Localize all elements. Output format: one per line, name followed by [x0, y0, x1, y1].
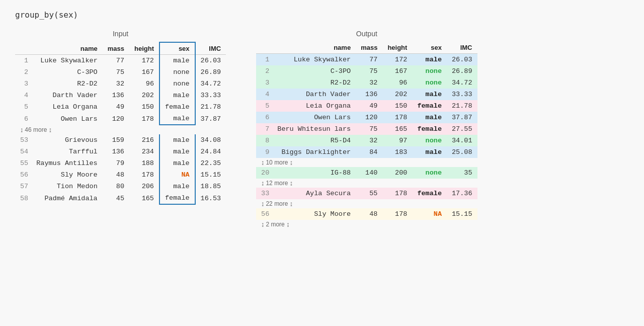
row-sex: none: [159, 78, 195, 90]
row-imc: 34.01: [447, 135, 477, 146]
row-imc: 24.84: [195, 146, 226, 157]
table-row: 56 Sly Moore 48 178 NA 15.15: [256, 208, 477, 220]
row-imc: 26.03: [447, 54, 477, 66]
row-index: 20: [256, 167, 272, 179]
row-mass: 159: [103, 134, 129, 146]
row-name: Luke Skywalker: [272, 54, 356, 66]
row-mass: 32: [356, 77, 382, 89]
row-height: 234: [129, 146, 159, 157]
row-sex: none: [412, 77, 447, 89]
row-mass: 80: [103, 181, 129, 192]
out-more-4: ↨ 2 more ↨: [256, 220, 477, 229]
row-index: 58: [15, 192, 31, 204]
row-index: 33: [256, 188, 272, 199]
row-imc: 18.85: [195, 181, 226, 192]
more-rows-indicator-1: ↨ 46 more ↨: [15, 125, 226, 134]
table-row: 4 Darth Vader 136 202 male 33.33: [15, 90, 226, 101]
input-table: name mass height sex IMC 1 Luke Skywalke…: [15, 42, 226, 205]
row-name: Darth Vader: [31, 90, 103, 101]
row-mass: 77: [103, 55, 129, 67]
row-imc: 37.87: [447, 112, 477, 123]
row-height: 200: [382, 167, 412, 179]
row-sex: female: [412, 100, 447, 112]
row-name: Luke Skywalker: [31, 55, 103, 67]
row-sex: none: [412, 135, 447, 146]
table-row: 5 Leia Organa 49 150 female 21.78: [15, 101, 226, 113]
row-name: Sly Moore: [272, 208, 356, 220]
out-col-header-imc: IMC: [447, 42, 477, 54]
row-name: Owen Lars: [272, 112, 356, 123]
row-sex: male: [412, 146, 447, 158]
row-imc: 27.55: [447, 123, 477, 135]
row-height: 165: [382, 123, 412, 135]
row-sex: male: [159, 157, 195, 169]
col-header-mass: mass: [103, 42, 129, 55]
row-sex: male: [412, 54, 447, 66]
row-imc: 34.72: [447, 77, 477, 89]
row-name: R2-D2: [31, 78, 103, 90]
row-name: Leia Organa: [272, 100, 356, 112]
row-height: 96: [129, 78, 159, 90]
table-row: 3 R2-D2 32 96 none 34.72: [256, 77, 477, 89]
row-sex: male: [159, 55, 195, 67]
row-imc: 25.08: [447, 146, 477, 158]
row-mass: 49: [103, 101, 129, 113]
row-name: Tarfful: [31, 146, 103, 157]
row-index: 6: [15, 113, 31, 125]
row-height: 167: [382, 65, 412, 77]
row-height: 178: [382, 208, 412, 220]
row-mass: 45: [103, 192, 129, 204]
row-height: 150: [129, 101, 159, 113]
row-name: Leia Organa: [31, 101, 103, 113]
row-height: 165: [129, 192, 159, 204]
row-sex: male: [159, 181, 195, 192]
row-imc: 15.15: [195, 169, 226, 181]
out-col-header-mass: mass: [356, 42, 382, 54]
row-sex: NA: [412, 208, 447, 220]
row-index: 53: [15, 134, 31, 146]
table-row: 54 Tarfful 136 234 male 24.84: [15, 146, 226, 157]
row-height: 96: [382, 77, 412, 89]
row-index: 8: [256, 135, 272, 146]
col-header-height: height: [129, 42, 159, 55]
row-name: Padmé Amidala: [31, 192, 103, 204]
row-mass: 120: [356, 112, 382, 123]
row-mass: 75: [356, 123, 382, 135]
tables-wrapper: Input name mass height sex IMC 1 Luke Sk…: [15, 30, 629, 229]
row-mass: 136: [356, 89, 382, 100]
row-imc: 26.03: [195, 55, 226, 67]
output-label: Output: [256, 30, 477, 38]
out-more-2: ↨ 12 more ↨: [256, 179, 477, 188]
row-mass: 32: [356, 135, 382, 146]
row-sex: male: [159, 90, 195, 101]
row-sex: male: [412, 89, 447, 100]
table-row: 7 Beru Whitesun lars 75 165 female 27.55: [256, 123, 477, 135]
row-index: 1: [256, 54, 272, 66]
row-name: Raymus Antilles: [31, 157, 103, 169]
table-row: 57 Tion Medon 80 206 male 18.85: [15, 181, 226, 192]
row-index: 55: [15, 157, 31, 169]
row-mass: 32: [103, 78, 129, 90]
table-row: 6 Owen Lars 120 178 male 37.87: [15, 113, 226, 125]
row-mass: 120: [103, 113, 129, 125]
col-header-sex: sex: [159, 42, 195, 55]
row-imc: 21.78: [447, 100, 477, 112]
table-row: 33 Ayla Secura 55 178 female 17.36: [256, 188, 477, 199]
row-mass: 49: [356, 100, 382, 112]
row-mass: 75: [356, 65, 382, 77]
table-row: 2 C-3PO 75 167 none 26.89: [15, 66, 226, 78]
row-name: C-3PO: [31, 66, 103, 78]
row-sex: none: [412, 167, 447, 179]
row-imc: 17.36: [447, 188, 477, 199]
row-index: 6: [256, 112, 272, 123]
table-row: 9 Biggs Darklighter 84 183 male 25.08: [256, 146, 477, 158]
table-row: 2 C-3PO 75 167 none 26.89: [256, 65, 477, 77]
row-imc: 33.33: [195, 90, 226, 101]
table-row: 53 Grievous 159 216 male 34.08: [15, 134, 226, 146]
table-row: 6 Owen Lars 120 178 male 37.87: [256, 112, 477, 123]
row-index: 4: [15, 90, 31, 101]
row-name: Darth Vader: [272, 89, 356, 100]
row-sex: female: [159, 101, 195, 113]
out-col-header-sex: sex: [412, 42, 447, 54]
out-more-3: ↨ 22 more ↨: [256, 199, 477, 208]
